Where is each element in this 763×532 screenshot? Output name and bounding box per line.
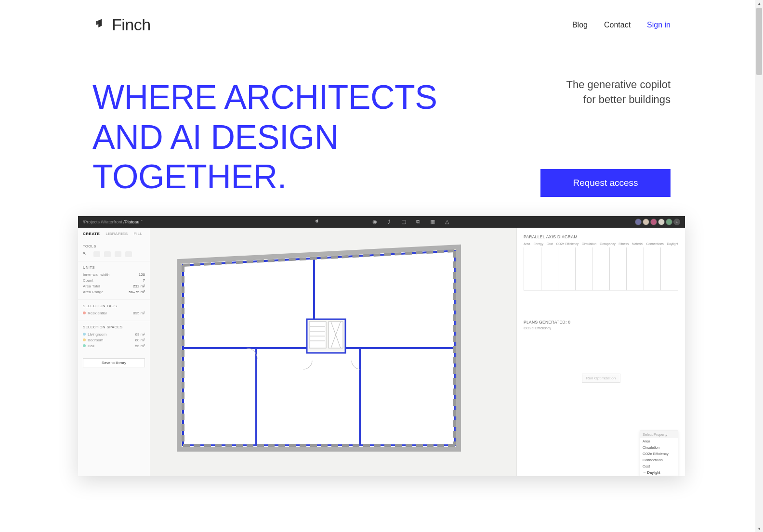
- hero-tagline: The generative copilot for better buildi…: [566, 78, 671, 107]
- selection-tags-title: SELECTION TAGS: [83, 304, 145, 308]
- avatar: [635, 219, 642, 225]
- shape-tool-icon[interactable]: [115, 251, 121, 257]
- app-screenshot: /Projects /Waterfront /Plateau ˅ ◉ ⤴ ▢ ⧉…: [78, 216, 685, 476]
- floorplan-drawing: [170, 242, 468, 454]
- left-tabs: CREATE LIBRARIES FILL: [78, 228, 150, 240]
- tag-residential[interactable]: Residential 895 m²: [83, 311, 145, 315]
- property-select-popup[interactable]: Select Property Area Circulation CO2e Ef…: [640, 430, 678, 476]
- parallel-axis-title: PARALLEL AXIS DIAGRAM: [524, 234, 678, 239]
- wall-tool-icon[interactable]: [93, 251, 100, 257]
- hero-section: WHERE ARCHITECTS AND AI DESIGN TOGETHER.…: [68, 34, 695, 216]
- space-hall[interactable]: Hall56 m²: [83, 344, 145, 348]
- request-access-button[interactable]: Request access: [540, 169, 671, 197]
- pin-icon[interactable]: ◉: [372, 219, 378, 225]
- finch-logo-icon: [92, 17, 106, 33]
- floorplan-canvas[interactable]: [150, 228, 516, 476]
- nav-signin[interactable]: Sign in: [647, 21, 671, 29]
- page-scrollbar[interactable]: ▴ ▾: [755, 0, 763, 532]
- warning-icon[interactable]: △: [444, 219, 450, 225]
- property-option[interactable]: Area: [640, 438, 678, 444]
- units-section: UNITS Inner wall width120 Count7 Area To…: [78, 261, 150, 299]
- parallel-axis-chart[interactable]: [524, 247, 678, 291]
- dot-icon: [83, 344, 86, 347]
- selection-spaces-section: SELECTION SPACES Livingroom68 m² Bedroom…: [78, 321, 150, 353]
- tab-create[interactable]: CREATE: [83, 232, 100, 236]
- avatar: [650, 219, 657, 225]
- property-option[interactable]: Circulation: [640, 444, 678, 451]
- property-option-selected[interactable]: Daylight: [640, 469, 678, 476]
- scroll-thumb[interactable]: [756, 8, 762, 75]
- space-livingroom[interactable]: Livingroom68 m²: [83, 332, 145, 337]
- property-placeholder: Select Property: [640, 431, 678, 438]
- line-tool-icon[interactable]: [104, 251, 111, 257]
- tools-section: TOOLS ↖: [78, 240, 150, 261]
- selection-spaces-title: SELECTION SPACES: [83, 325, 145, 329]
- property-option[interactable]: Connections: [640, 457, 678, 463]
- svg-rect-7: [309, 322, 326, 348]
- app-topbar: /Projects /Waterfront /Plateau ˅ ◉ ⤴ ▢ ⧉…: [78, 216, 685, 228]
- property-option[interactable]: Cost: [640, 463, 678, 469]
- cursor-tool-icon[interactable]: ↖: [83, 251, 90, 257]
- left-panel: CREATE LIBRARIES FILL TOOLS ↖: [78, 228, 150, 476]
- top-nav: Blog Contact Sign in: [572, 21, 671, 29]
- scroll-up-icon[interactable]: ▴: [757, 1, 762, 6]
- room-tool-icon[interactable]: [125, 251, 132, 257]
- add-collaborator-icon[interactable]: +: [673, 219, 680, 225]
- topbar-tools: ◉ ⤴ ▢ ⧉ ▦ △: [372, 219, 450, 225]
- dot-icon: [83, 311, 86, 314]
- plans-generated-title: PLANS GENERATED: 0: [524, 320, 678, 324]
- plans-subtitle: CO2e Efficiency: [524, 326, 678, 330]
- space-bedroom[interactable]: Bedroom60 m²: [83, 338, 145, 342]
- scroll-down-icon[interactable]: ▾: [757, 526, 762, 531]
- run-optimization-button[interactable]: Run Optimization: [582, 374, 620, 383]
- nav-blog[interactable]: Blog: [572, 21, 588, 29]
- dot-icon: [83, 333, 86, 336]
- brand-name: Finch: [112, 15, 151, 34]
- nav-contact[interactable]: Contact: [604, 21, 631, 29]
- site-header: Finch Blog Contact Sign in: [68, 0, 695, 34]
- property-option[interactable]: CO2e Efficiency: [640, 451, 678, 457]
- selection-tags-section: SELECTION TAGS Residential 895 m²: [78, 299, 150, 321]
- copy-icon[interactable]: ⧉: [415, 219, 421, 225]
- avatar: [643, 219, 649, 225]
- collaborator-avatars[interactable]: +: [635, 219, 680, 225]
- avatar: [666, 219, 672, 225]
- tools-title: TOOLS: [83, 244, 145, 248]
- avatar: [658, 219, 665, 225]
- tab-libraries[interactable]: LIBRARIES: [105, 232, 128, 236]
- breadcrumbs[interactable]: /Projects /Waterfront /Plateau ˅: [83, 220, 143, 224]
- brand-logo[interactable]: Finch: [92, 15, 151, 34]
- screen-icon[interactable]: ▢: [401, 219, 407, 225]
- grid-icon[interactable]: ▦: [430, 219, 435, 225]
- hero-headline: WHERE ARCHITECTS AND AI DESIGN TOGETHER.: [92, 78, 507, 197]
- share-icon[interactable]: ⤴: [386, 219, 392, 225]
- dot-icon: [83, 338, 86, 341]
- axis-labels: Area Energy Cost CO2e Efficiency Circula…: [524, 242, 678, 246]
- app-logo-icon: [314, 219, 320, 225]
- tab-fill[interactable]: FILL: [134, 232, 143, 236]
- units-title: UNITS: [83, 265, 145, 270]
- right-panel: PARALLEL AXIS DIAGRAM Area Energy Cost C…: [516, 228, 685, 476]
- save-to-library-button[interactable]: Save to library: [83, 358, 145, 367]
